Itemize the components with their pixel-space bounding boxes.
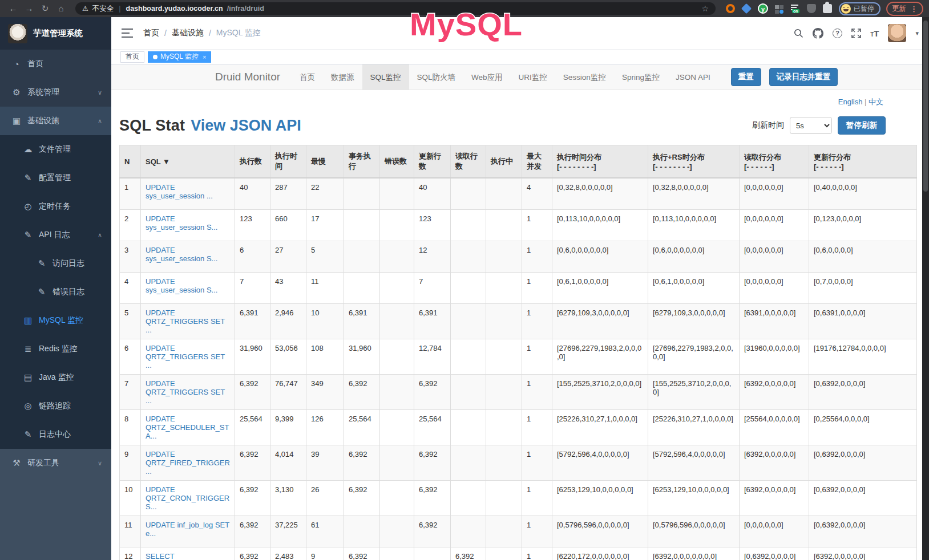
sidebar-logo-row[interactable]: 芋道管理系统 — [0, 17, 111, 50]
breadcrumb-item[interactable]: 基础设施 — [172, 28, 204, 38]
druid-nav-sql监控[interactable]: SQL监控 — [362, 64, 409, 90]
browser-update-button[interactable]: 更新 ⋮ — [886, 2, 923, 16]
ext-squares-icon[interactable] — [775, 4, 784, 13]
view-json-api-link[interactable]: View JSON API — [191, 117, 301, 135]
browser-forward-icon[interactable]: → — [22, 2, 37, 15]
search-icon[interactable] — [794, 29, 803, 38]
tag-close-icon[interactable]: × — [203, 54, 206, 60]
sidebar-item-mysql-监控[interactable]: ▥MySQL 监控 — [0, 306, 111, 335]
profile-paused-pill[interactable]: 已暂停 — [839, 2, 880, 15]
druid-nav-数据源[interactable]: 数据源 — [323, 64, 362, 90]
github-icon[interactable] — [813, 28, 823, 39]
font-size-icon[interactable]: TT — [870, 29, 879, 38]
column-header[interactable]: 执行数 — [235, 145, 270, 178]
column-header[interactable]: 事务执行 — [344, 145, 380, 178]
sidebar-item-api-日志[interactable]: ✎API 日志∧ — [0, 221, 111, 249]
sidebar-item-系统管理[interactable]: ⚙系统管理∨ — [0, 78, 111, 107]
druid-brand[interactable]: Druid Monitor — [215, 71, 292, 83]
sidebar-item-首页[interactable]: ◔首页 — [0, 50, 111, 78]
browser-reload-icon[interactable]: ↻ — [38, 2, 52, 15]
column-header[interactable]: 更新行分布[- - - - - -] — [809, 145, 917, 178]
ext-blue-gem-icon[interactable] — [741, 3, 752, 14]
druid-monitor-frame: Druid Monitor 首页数据源SQL监控SQL防火墙Web应用URI监控… — [111, 64, 929, 560]
sql-link[interactable]: UPDATE inf_job_log SET e... — [146, 521, 229, 538]
column-header[interactable]: 最大并发 — [522, 145, 552, 178]
druid-nav-web应用[interactable]: Web应用 — [463, 64, 511, 90]
sql-cell: UPDATE sys_user_session S... — [141, 272, 235, 303]
data-cell: 12 — [414, 241, 451, 272]
ext-orange-ring-icon[interactable] — [726, 4, 735, 13]
sql-link[interactable]: UPDATE QRTZ_TRIGGERS SET ... — [146, 344, 225, 370]
scrollbar-thumb[interactable] — [923, 21, 928, 192]
data-cell: [0,25564,0,0,0,0] — [809, 409, 917, 445]
lang-chinese-link[interactable]: 中文 — [869, 98, 883, 106]
log-and-reset-button[interactable]: 记录日志并重置 — [769, 68, 838, 86]
druid-nav-sql防火墙[interactable]: SQL防火墙 — [409, 64, 464, 90]
druid-nav-首页[interactable]: 首页 — [292, 64, 323, 90]
sidebar-item-错误日志[interactable]: ✎错误日志 — [0, 278, 111, 306]
sidebar-item-定时任务[interactable]: ◴定时任务 — [0, 192, 111, 221]
browser-menu-icon[interactable]: ⋮ — [910, 5, 918, 13]
sidebar-item-redis-监控[interactable]: ≣Redis 监控 — [0, 335, 111, 363]
sql-link[interactable]: UPDATE sys_user_session S... — [146, 246, 217, 263]
druid-nav-uri监控[interactable]: URI监控 — [511, 64, 555, 90]
sql-link[interactable]: SELECT TRIGGER_STATE — [146, 552, 206, 560]
browser-back-icon[interactable]: ← — [6, 2, 21, 15]
tag-首页[interactable]: 首页 — [120, 51, 144, 63]
help-icon[interactable]: ? — [833, 29, 842, 38]
browser-home-icon[interactable]: ⌂ — [54, 2, 68, 15]
ext-gray-icon[interactable] — [807, 4, 816, 13]
sidebar-item-研发工具[interactable]: ⚒研发工具∨ — [0, 449, 111, 477]
refresh-interval-select[interactable]: 5s — [790, 117, 832, 134]
user-menu-caret-icon[interactable]: ▾ — [915, 30, 919, 37]
address-bar[interactable]: ⚠ 不安全 | dashboard.yudao.iocoder.cn/infra… — [75, 2, 716, 15]
lang-english-link[interactable]: English — [838, 98, 863, 106]
sidebar-item-基础设施[interactable]: ▣基础设施∧ — [0, 107, 111, 135]
column-header[interactable]: 错误数 — [380, 145, 414, 178]
page-scrollbar[interactable] — [922, 17, 929, 560]
column-header[interactable]: SQL ▼ — [141, 145, 235, 178]
druid-nav-spring监控[interactable]: Spring监控 — [614, 64, 668, 90]
sql-link[interactable]: UPDATE QRTZ_FIRED_TRIGGER... — [146, 450, 230, 476]
sql-link[interactable]: UPDATE sys_user_session S... — [146, 277, 217, 294]
column-header[interactable]: 执行时间 — [270, 145, 306, 178]
breadcrumb-item[interactable]: 首页 — [143, 28, 159, 38]
sidebar-item-文件管理[interactable]: ☁文件管理 — [0, 135, 111, 164]
column-header[interactable]: N — [120, 145, 141, 178]
ext-puzzle-icon[interactable] — [823, 4, 832, 13]
ext-list-on-icon[interactable]: on — [791, 4, 800, 13]
sql-link[interactable]: UPDATE sys_user_session ... — [146, 183, 213, 200]
user-avatar[interactable] — [888, 24, 906, 42]
druid-nav-session监控[interactable]: Session监控 — [555, 64, 614, 90]
hamburger-icon[interactable] — [122, 29, 133, 38]
column-header[interactable]: 执行+RS时分布[- - - - - - - -] — [648, 145, 740, 178]
pause-refresh-button[interactable]: 暂停刷新 — [838, 116, 886, 135]
data-cell: [0,0,0,0,0,0] — [740, 272, 809, 303]
column-header[interactable]: 读取行数 — [451, 145, 486, 178]
column-header[interactable]: 最慢 — [306, 145, 344, 178]
sql-link[interactable]: UPDATE QRTZ_TRIGGERS SET ... — [146, 309, 225, 334]
column-header[interactable]: 更新行数 — [414, 145, 451, 178]
sidebar-item-java-监控[interactable]: ▤Java 监控 — [0, 363, 111, 392]
column-header-histogram: [- - - - - -] — [744, 163, 804, 171]
fullscreen-icon[interactable] — [851, 29, 861, 38]
ext-green-y-icon[interactable]: y — [758, 3, 768, 14]
sidebar-item-访问日志[interactable]: ✎访问日志 — [0, 249, 111, 278]
sidebar-item-配置管理[interactable]: ✎配置管理 — [0, 164, 111, 192]
data-cell: [0,6,1,0,0,0,0,0] — [648, 272, 740, 303]
sql-link[interactable]: UPDATE sys_user_session S... — [146, 214, 217, 232]
tag-mysql-监控[interactable]: MySQL 监控× — [148, 51, 211, 63]
column-header[interactable]: 执行中 — [486, 145, 522, 178]
bookmark-star-icon[interactable]: ☆ — [701, 4, 709, 13]
druid-nav-json-api[interactable]: JSON API — [668, 64, 718, 90]
sql-link[interactable]: UPDATE QRTZ_SCHEDULER_STA... — [146, 415, 229, 440]
column-header[interactable]: 执行时间分布[- - - - - - - -] — [552, 145, 648, 178]
reset-button[interactable]: 重置 — [731, 68, 761, 86]
sidebar-item-链路追踪[interactable]: ◎链路追踪 — [0, 392, 111, 420]
sql-link[interactable]: UPDATE QRTZ_CRON_TRIGGERS... — [146, 485, 229, 511]
column-header-histogram: [- - - - - - - -] — [557, 163, 643, 171]
data-cell — [451, 480, 486, 516]
sidebar-item-日志中心[interactable]: ✎日志中心 — [0, 420, 111, 449]
sql-link[interactable]: UPDATE QRTZ_TRIGGERS SET ... — [146, 379, 225, 405]
column-header[interactable]: 读取行分布[- - - - - -] — [740, 145, 809, 178]
